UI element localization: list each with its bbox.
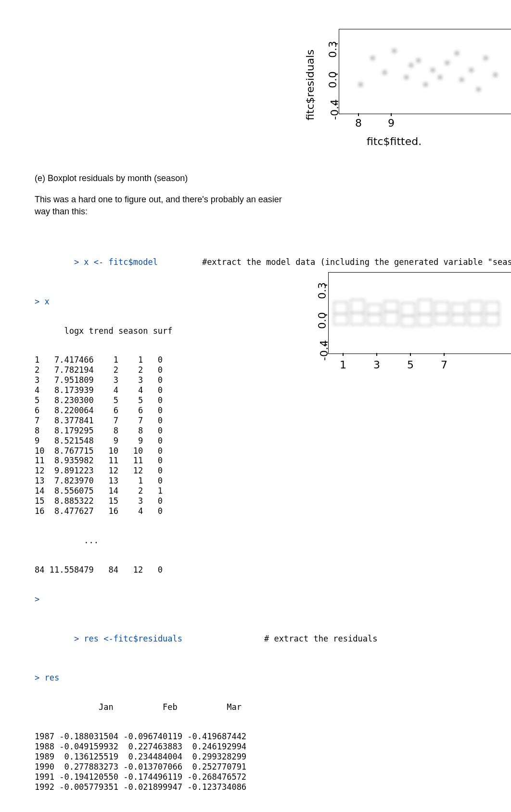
r-input-line: > res <-fitc$residuals xyxy=(74,634,182,643)
r-output-row: 14 8.556075 14 2 1 xyxy=(35,486,410,496)
r-input-line: > x <- fitc$model xyxy=(74,257,158,267)
r-output-row: 7 8.377841 7 7 0 xyxy=(35,416,410,426)
chart1-xtick-1: 9 xyxy=(388,117,395,129)
r-output-row: 1989 0.136125519 0.234484004 0.299328299 xyxy=(35,752,410,762)
r-output-row: 4 8.173939 4 4 0 xyxy=(35,385,410,395)
r-output-row: 3 7.951809 3 3 0 xyxy=(35,375,410,385)
r-output-row: 1992 -0.005779351 -0.021899947 -0.123734… xyxy=(35,782,410,792)
chart1-xtick-0: 8 xyxy=(355,117,362,129)
r-output-row: 84 11.558479 84 12 0 xyxy=(35,565,410,575)
r-output-row: 15 8.885322 15 3 0 xyxy=(35,496,410,506)
r-output-row: 1987 -0.188031504 -0.096740119 -0.419687… xyxy=(35,732,410,742)
r-session: > x <- fitc$model#extract the model data… xyxy=(35,228,410,812)
r-input-line: > res xyxy=(35,673,410,683)
r-output-row: 1990 0.277883273 -0.013707066 0.25277079… xyxy=(35,762,410,772)
r-output-row: 1988 -0.049159932 0.227463883 0.24619299… xyxy=(35,742,410,752)
r-output-header: logx trend season surf xyxy=(35,326,410,336)
r-comment: #extract the model data (including the g… xyxy=(158,257,511,267)
r-output-row: 13 7.823970 13 1 0 xyxy=(35,476,410,486)
r-input-line: > x xyxy=(35,297,410,307)
r-output-row: 6 8.220064 6 6 0 xyxy=(35,406,410,416)
r-output-row: 5 8.230300 5 5 0 xyxy=(35,395,410,406)
paragraph-intro: This was a hard one to figure out, and t… xyxy=(35,194,290,217)
r-output-row: 2 7.782194 2 2 0 xyxy=(35,365,410,375)
r-output-row: 10 8.767715 10 10 0 xyxy=(35,446,410,456)
r-comment: # extract the residuals xyxy=(182,634,377,643)
r-prompt: > xyxy=(35,594,410,604)
chart2-xtick-3: 7 xyxy=(441,359,447,371)
r-output-row: 8 8.179295 8 8 0 xyxy=(35,426,410,436)
chart-residuals-vs-fitted: fitc$residuals -0.4 0.0 0.3 xyxy=(294,26,511,157)
chart1-xlabel: fitc$fitted. xyxy=(367,135,422,147)
r-output-row: 9 8.521548 9 9 0 xyxy=(35,436,410,446)
chart1-ylabel: fitc$residuals xyxy=(304,50,316,120)
section-heading: (e) Boxplot residuals by month (season) xyxy=(35,172,410,184)
r-output-ellipsis: ... xyxy=(35,536,410,546)
r-output-row: 11 8.935982 11 11 0 xyxy=(35,456,410,466)
r-output-row: 1991 -0.194120550 -0.174496119 -0.268476… xyxy=(35,772,410,782)
r-output-row: 12 9.891223 12 12 0 xyxy=(35,466,410,476)
r-output-row: 16 8.477627 16 4 0 xyxy=(35,506,410,516)
r-output-header: Jan Feb Mar xyxy=(35,702,410,712)
r-output-row: 1 7.417466 1 1 0 xyxy=(35,355,410,365)
